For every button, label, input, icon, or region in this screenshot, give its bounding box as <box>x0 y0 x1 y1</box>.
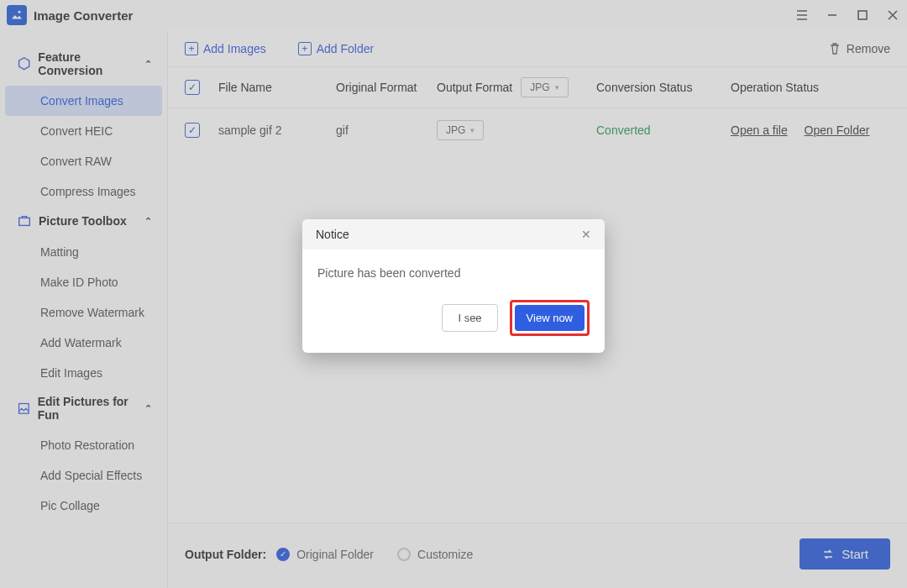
modal-title: Notice <box>316 228 349 241</box>
view-now-button[interactable]: View now <box>515 305 585 331</box>
modal-close-icon[interactable]: ✕ <box>581 228 591 241</box>
view-now-highlight: View now <box>510 300 590 336</box>
modal-header: Notice ✕ <box>302 219 605 249</box>
notice-modal: Notice ✕ Picture has been converted I se… <box>302 219 605 353</box>
modal-overlay: Notice ✕ Picture has been converted I se… <box>0 0 907 588</box>
i-see-button[interactable]: I see <box>442 304 497 332</box>
modal-message: Picture has been converted <box>302 249 605 300</box>
